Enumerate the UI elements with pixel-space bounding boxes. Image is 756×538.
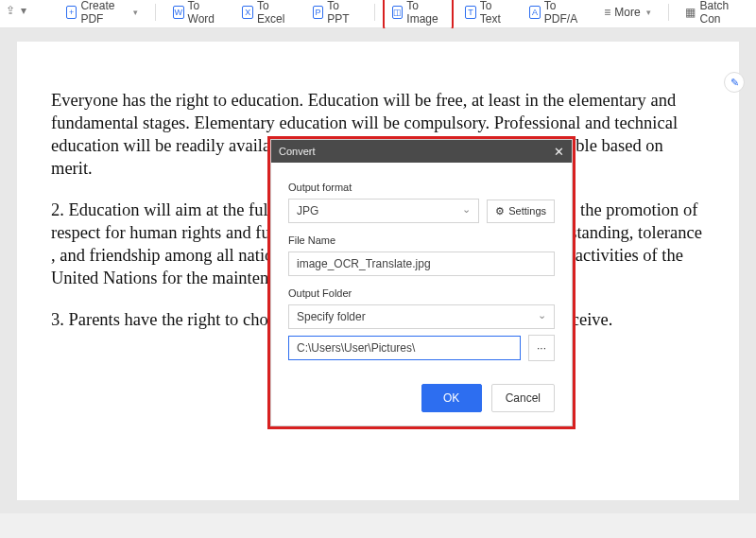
gear-icon: ⚙ (495, 205, 505, 217)
output-folder-select[interactable]: Specify folder (288, 304, 555, 329)
to-ppt-button[interactable]: P To PPT (305, 0, 365, 29)
batch-label: Batch Con (699, 0, 741, 26)
to-excel-label: To Excel (257, 0, 292, 26)
settings-button[interactable]: ⚙ Settings (487, 200, 555, 223)
to-text-button[interactable]: T To Text (457, 0, 516, 29)
to-ppt-label: To PPT (327, 0, 357, 26)
output-format-select[interactable]: JPG (288, 199, 479, 223)
close-icon[interactable]: ✕ (554, 145, 564, 159)
dialog-title: Convert (279, 146, 316, 157)
dropdown-icon[interactable]: ▾ (21, 4, 26, 17)
text-icon: T (465, 6, 476, 19)
to-word-label: To Word (188, 0, 222, 26)
dialog-body: Output format JPG ⚙ Settings File Name O… (271, 163, 572, 378)
excel-icon: X (242, 6, 253, 19)
settings-label: Settings (508, 205, 546, 217)
create-pdf-label: Create PDF (80, 0, 128, 26)
dialog-footer: OK Cancel (271, 378, 572, 425)
dialog-titlebar: Convert ✕ (271, 140, 572, 163)
image-icon: ◫ (392, 6, 404, 19)
batch-convert-button[interactable]: ▦ Batch Con (678, 0, 748, 29)
filename-label: File Name (288, 234, 555, 246)
hamburger-icon: ≡ (604, 6, 610, 19)
output-folder-label: Output Folder (288, 287, 555, 299)
ok-button[interactable]: OK (421, 384, 482, 412)
to-image-button[interactable]: ◫ To Image (385, 0, 453, 29)
titlebar: ⇪ ▾ (0, 0, 26, 21)
to-excel-button[interactable]: X To Excel (234, 0, 299, 29)
to-text-label: To Text (480, 0, 508, 26)
plus-icon: + (66, 6, 77, 19)
to-pdfa-label: To PDF/A (544, 0, 583, 26)
more-label: More (614, 6, 640, 19)
to-word-button[interactable]: W To Word (165, 0, 229, 29)
pdfa-icon: A (529, 6, 541, 19)
output-format-label: Output format (288, 182, 555, 193)
to-image-label: To Image (406, 0, 444, 26)
toolbar: + Create PDF W To Word X To Excel P To P… (0, 0, 756, 28)
divider (155, 4, 156, 21)
divider (668, 4, 669, 21)
grid-icon: ▦ (685, 6, 696, 19)
search-tools[interactable]: ⌕ Search Tools (664, 0, 748, 1)
assistant-badge[interactable]: ✎ (724, 72, 745, 93)
to-pdfa-button[interactable]: A To PDF/A (522, 0, 591, 29)
browse-button[interactable]: ··· (528, 335, 555, 361)
filename-input[interactable] (288, 252, 555, 276)
cancel-button[interactable]: Cancel (491, 384, 555, 412)
divider (374, 4, 375, 21)
more-button[interactable]: ≡ More (596, 2, 658, 23)
share-icon[interactable]: ⇪ (6, 4, 15, 17)
create-pdf-button[interactable]: + Create PDF (59, 0, 146, 29)
ppt-icon: P (313, 6, 324, 19)
convert-dialog: Convert ✕ Output format JPG ⚙ Settings F… (270, 139, 573, 426)
search-placeholder: Search Tools (685, 0, 738, 1)
folder-path-input[interactable] (288, 336, 521, 360)
word-icon: W (173, 6, 184, 19)
